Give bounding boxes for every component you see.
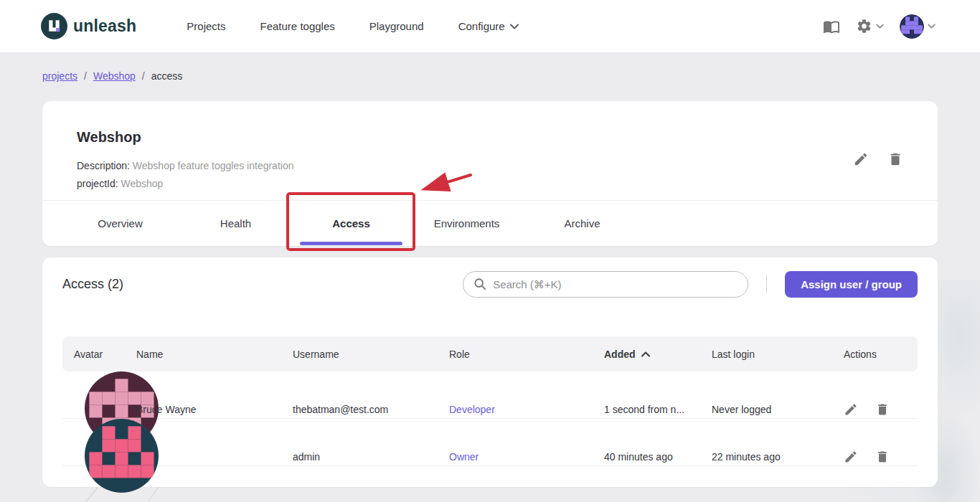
column-header-name: Name xyxy=(136,349,293,360)
nav-configure[interactable]: Configure xyxy=(458,20,519,32)
table-body: Bruce Wayne thebatman@test.com Developer… xyxy=(62,371,918,466)
project-title: Webshop xyxy=(77,129,293,146)
chevron-down-icon xyxy=(876,24,884,29)
added-cell: 1 second from n... xyxy=(604,404,712,415)
edit-user-button[interactable] xyxy=(844,402,858,417)
topbar-right xyxy=(823,14,936,39)
trash-icon xyxy=(887,151,903,167)
breadcrumb-separator: / xyxy=(84,70,87,82)
role-cell: Owner xyxy=(449,451,604,463)
username-cell: admin xyxy=(293,451,449,463)
access-panel-card: Access (2) Assign user / group Avatar Na… xyxy=(42,257,938,487)
edit-project-button[interactable] xyxy=(853,151,869,167)
project-header-card: Webshop Description: Webshop feature tog… xyxy=(42,101,938,246)
page: unleash Projects Feature toggles Playgro… xyxy=(0,0,980,502)
assign-user-group-button[interactable]: Assign user / group xyxy=(785,271,918,298)
table-row-admin: admin Owner 40 minutes ago 22 minutes ag… xyxy=(62,419,918,466)
user-avatar xyxy=(900,14,924,39)
tab-health[interactable]: Health xyxy=(178,201,293,246)
breadcrumb-webshop-link[interactable]: Webshop xyxy=(93,70,136,82)
unleash-logo[interactable]: unleash xyxy=(41,13,136,39)
nav-playground[interactable]: Playground xyxy=(369,20,424,32)
trash-icon xyxy=(875,450,890,464)
added-cell: 40 minutes ago xyxy=(604,451,712,463)
nav-configure-label: Configure xyxy=(458,20,505,32)
remove-user-button[interactable] xyxy=(875,402,890,417)
project-tabs: Overview Health Access Environments Arch… xyxy=(42,200,938,246)
project-info: Webshop Description: Webshop feature tog… xyxy=(77,129,293,189)
settings-menu-button[interactable] xyxy=(856,18,884,34)
role-link[interactable]: Owner xyxy=(449,451,479,463)
column-header-role: Role xyxy=(449,349,604,360)
gear-icon xyxy=(856,18,872,34)
search-icon xyxy=(473,278,486,290)
breadcrumb: projects / Webshop / access xyxy=(42,70,938,82)
main-nav: Projects Feature toggles Playground Conf… xyxy=(187,20,518,32)
role-cell: Developer xyxy=(449,404,604,415)
brand-name: unleash xyxy=(73,16,136,36)
description-value: Webshop feature toggles integration xyxy=(133,160,294,171)
last-login-cell: 22 minutes ago xyxy=(712,451,844,463)
edit-user-button[interactable] xyxy=(844,450,858,464)
column-header-added[interactable]: Added xyxy=(604,349,712,360)
project-id-label: projectId: xyxy=(77,178,118,189)
column-header-last-login: Last login xyxy=(712,349,844,360)
description-label: Description: xyxy=(77,160,130,171)
actions-cell xyxy=(844,450,918,464)
actions-cell xyxy=(844,402,918,417)
documentation-button[interactable] xyxy=(823,18,840,35)
chevron-down-icon xyxy=(510,24,519,29)
last-login-cell: Never logged xyxy=(712,404,844,415)
search-box xyxy=(463,271,748,298)
project-description-row: Description: Webshop feature toggles int… xyxy=(77,160,293,171)
book-icon xyxy=(823,18,840,35)
breadcrumb-projects-link[interactable]: projects xyxy=(42,70,77,82)
trash-icon xyxy=(875,402,890,417)
access-table: Avatar Name Username Role Added Last log… xyxy=(62,336,918,466)
table-header-row: Avatar Name Username Role Added Last log… xyxy=(62,336,918,371)
delete-project-button[interactable] xyxy=(887,151,903,167)
remove-user-button[interactable] xyxy=(875,450,890,464)
pencil-icon xyxy=(844,402,858,417)
column-header-avatar: Avatar xyxy=(62,349,136,360)
username-cell: thebatman@test.com xyxy=(293,404,449,415)
breadcrumb-separator: / xyxy=(142,70,145,82)
user-menu-button[interactable] xyxy=(900,14,936,39)
column-header-username: Username xyxy=(293,349,449,360)
access-panel-title: Access (2) xyxy=(62,277,123,292)
tab-archive[interactable]: Archive xyxy=(524,201,640,246)
breadcrumb-current: access xyxy=(151,70,183,82)
main-content: projects / Webshop / access Webshop Desc… xyxy=(42,70,938,487)
pencil-icon xyxy=(853,151,869,167)
project-header: Webshop Description: Webshop feature tog… xyxy=(42,101,938,200)
nav-projects[interactable]: Projects xyxy=(187,20,225,32)
column-header-actions: Actions xyxy=(844,349,918,360)
role-link[interactable]: Developer xyxy=(449,404,495,415)
access-toolbar: Access (2) Assign user / group xyxy=(62,257,918,311)
table-row-bruce-wayne: Bruce Wayne thebatman@test.com Developer… xyxy=(62,371,918,419)
pencil-icon xyxy=(844,450,858,464)
tab-overview[interactable]: Overview xyxy=(62,201,178,246)
access-tools: Assign user / group xyxy=(463,271,918,298)
unleash-logo-icon xyxy=(41,13,67,39)
project-id-row: projectId: Webshop xyxy=(77,178,293,189)
column-header-added-label: Added xyxy=(604,349,636,360)
nav-feature-toggles[interactable]: Feature toggles xyxy=(260,20,335,32)
name-cell: Bruce Wayne xyxy=(136,404,293,415)
sort-ascending-icon xyxy=(641,351,650,357)
search-input[interactable] xyxy=(493,278,722,290)
tab-environments[interactable]: Environments xyxy=(409,201,524,246)
tab-access[interactable]: Access xyxy=(293,201,409,246)
avatar-cell xyxy=(62,419,136,495)
top-navigation-bar: unleash Projects Feature toggles Playgro… xyxy=(0,0,980,53)
chevron-down-icon xyxy=(928,24,936,29)
project-id-value: Webshop xyxy=(121,178,163,189)
toolbar-divider xyxy=(766,275,767,293)
project-actions xyxy=(853,151,903,167)
user-avatar xyxy=(85,483,159,495)
